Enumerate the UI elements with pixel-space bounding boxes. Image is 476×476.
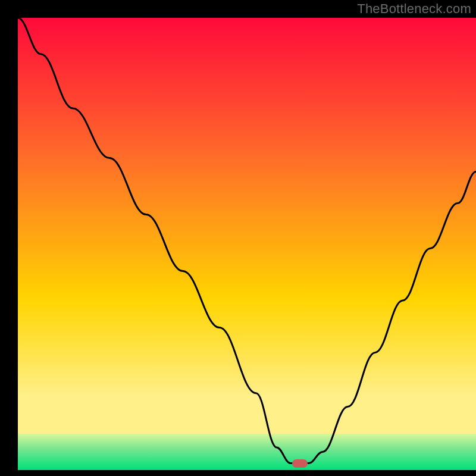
plot-area	[18, 18, 476, 470]
bottleneck-curve	[18, 18, 476, 470]
optimum-marker	[292, 459, 308, 468]
watermark-text: TheBottleneck.com	[357, 1, 471, 17]
